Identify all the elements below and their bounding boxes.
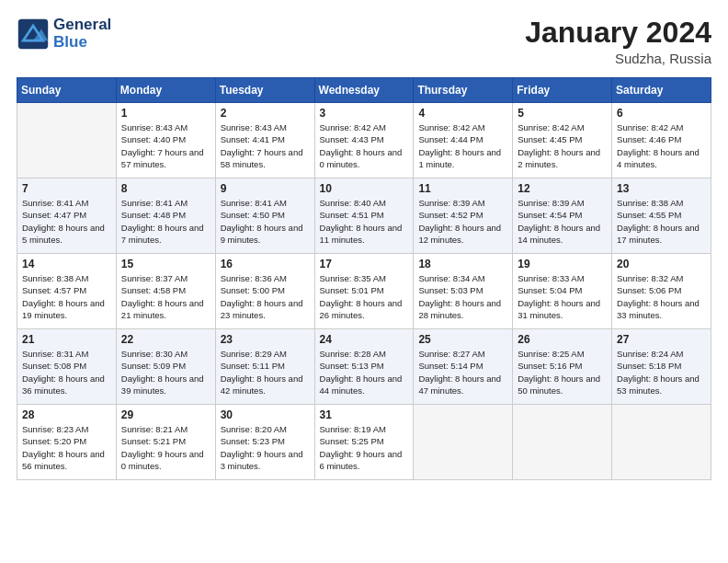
day-number: 13 bbox=[617, 182, 706, 195]
main-container: General Blue January 2024 Sudzha, Russia… bbox=[0, 0, 728, 489]
calendar-cell: 27Sunrise: 8:24 AMSunset: 5:18 PMDayligh… bbox=[612, 329, 711, 405]
week-row-4: 21Sunrise: 8:31 AMSunset: 5:08 PMDayligh… bbox=[17, 329, 711, 405]
day-number: 5 bbox=[518, 107, 607, 120]
cell-info: Sunrise: 8:30 AMSunset: 5:09 PMDaylight:… bbox=[121, 348, 210, 396]
logo-line1: General bbox=[53, 17, 111, 34]
header-row: SundayMondayTuesdayWednesdayThursdayFrid… bbox=[17, 78, 711, 103]
cell-info: Sunrise: 8:28 AMSunset: 5:13 PMDaylight:… bbox=[320, 348, 409, 396]
day-number: 31 bbox=[320, 408, 409, 421]
week-row-1: 1Sunrise: 8:43 AMSunset: 4:40 PMDaylight… bbox=[17, 103, 711, 178]
calendar-cell: 4Sunrise: 8:42 AMSunset: 4:44 PMDaylight… bbox=[414, 103, 513, 178]
day-number: 21 bbox=[22, 333, 111, 346]
calendar-cell: 29Sunrise: 8:21 AMSunset: 5:21 PMDayligh… bbox=[116, 405, 215, 480]
day-number: 7 bbox=[22, 182, 111, 195]
cell-info: Sunrise: 8:25 AMSunset: 5:16 PMDaylight:… bbox=[518, 348, 607, 396]
day-number: 17 bbox=[320, 258, 409, 270]
header: General Blue January 2024 Sudzha, Russia bbox=[17, 17, 711, 66]
cell-info: Sunrise: 8:39 AMSunset: 4:54 PMDaylight:… bbox=[518, 197, 607, 246]
cell-info: Sunrise: 8:27 AMSunset: 5:14 PMDaylight:… bbox=[418, 348, 507, 396]
day-number: 25 bbox=[418, 333, 507, 346]
col-header-friday: Friday bbox=[513, 78, 612, 103]
cell-info: Sunrise: 8:42 AMSunset: 4:46 PMDaylight:… bbox=[617, 121, 706, 170]
cell-info: Sunrise: 8:43 AMSunset: 4:41 PMDaylight:… bbox=[221, 121, 310, 170]
col-header-saturday: Saturday bbox=[612, 78, 711, 103]
cell-info: Sunrise: 8:34 AMSunset: 5:03 PMDaylight:… bbox=[418, 272, 507, 321]
cell-info: Sunrise: 8:32 AMSunset: 5:06 PMDaylight:… bbox=[617, 272, 706, 321]
calendar-cell: 8Sunrise: 8:41 AMSunset: 4:48 PMDaylight… bbox=[116, 178, 215, 254]
day-number: 15 bbox=[121, 258, 210, 270]
cell-info: Sunrise: 8:38 AMSunset: 4:57 PMDaylight:… bbox=[22, 272, 111, 321]
day-number: 10 bbox=[320, 182, 409, 195]
cell-info: Sunrise: 8:33 AMSunset: 5:04 PMDaylight:… bbox=[518, 272, 607, 321]
calendar-cell bbox=[17, 103, 117, 178]
calendar-cell: 3Sunrise: 8:42 AMSunset: 4:43 PMDaylight… bbox=[314, 103, 414, 178]
cell-info: Sunrise: 8:41 AMSunset: 4:47 PMDaylight:… bbox=[22, 197, 111, 246]
col-header-thursday: Thursday bbox=[414, 78, 513, 103]
day-number: 9 bbox=[221, 182, 310, 195]
cell-info: Sunrise: 8:24 AMSunset: 5:18 PMDaylight:… bbox=[617, 348, 706, 396]
calendar-cell: 11Sunrise: 8:39 AMSunset: 4:52 PMDayligh… bbox=[414, 178, 513, 254]
title-block: January 2024 Sudzha, Russia bbox=[525, 17, 711, 66]
logo-line2: Blue bbox=[53, 34, 111, 52]
calendar-cell: 10Sunrise: 8:40 AMSunset: 4:51 PMDayligh… bbox=[314, 178, 414, 254]
day-number: 12 bbox=[518, 182, 607, 195]
calendar-cell: 28Sunrise: 8:23 AMSunset: 5:20 PMDayligh… bbox=[17, 405, 117, 480]
calendar-cell: 31Sunrise: 8:19 AMSunset: 5:25 PMDayligh… bbox=[314, 405, 414, 480]
calendar-cell: 21Sunrise: 8:31 AMSunset: 5:08 PMDayligh… bbox=[17, 329, 117, 405]
day-number: 11 bbox=[418, 182, 507, 195]
cell-info: Sunrise: 8:36 AMSunset: 5:00 PMDaylight:… bbox=[221, 272, 310, 321]
day-number: 3 bbox=[320, 107, 409, 120]
month-title: January 2024 bbox=[525, 17, 711, 49]
cell-info: Sunrise: 8:42 AMSunset: 4:44 PMDaylight:… bbox=[418, 121, 507, 170]
logo: General Blue bbox=[17, 17, 111, 51]
logo-icon bbox=[17, 17, 50, 51]
cell-info: Sunrise: 8:41 AMSunset: 4:50 PMDaylight:… bbox=[221, 197, 310, 246]
day-number: 22 bbox=[121, 333, 210, 346]
cell-info: Sunrise: 8:41 AMSunset: 4:48 PMDaylight:… bbox=[121, 197, 210, 246]
calendar-cell: 23Sunrise: 8:29 AMSunset: 5:11 PMDayligh… bbox=[215, 329, 314, 405]
calendar-cell: 24Sunrise: 8:28 AMSunset: 5:13 PMDayligh… bbox=[314, 329, 414, 405]
day-number: 26 bbox=[518, 333, 607, 346]
calendar-cell: 6Sunrise: 8:42 AMSunset: 4:46 PMDaylight… bbox=[612, 103, 711, 178]
day-number: 4 bbox=[418, 107, 507, 120]
cell-info: Sunrise: 8:35 AMSunset: 5:01 PMDaylight:… bbox=[320, 272, 409, 321]
cell-info: Sunrise: 8:37 AMSunset: 4:58 PMDaylight:… bbox=[121, 272, 210, 321]
cell-info: Sunrise: 8:31 AMSunset: 5:08 PMDaylight:… bbox=[22, 348, 111, 396]
cell-info: Sunrise: 8:23 AMSunset: 5:20 PMDaylight:… bbox=[22, 423, 111, 472]
calendar-cell bbox=[513, 405, 612, 480]
day-number: 8 bbox=[121, 182, 210, 195]
calendar-cell: 13Sunrise: 8:38 AMSunset: 4:55 PMDayligh… bbox=[612, 178, 711, 254]
calendar-cell: 14Sunrise: 8:38 AMSunset: 4:57 PMDayligh… bbox=[17, 254, 117, 329]
day-number: 6 bbox=[617, 107, 706, 120]
calendar-cell: 16Sunrise: 8:36 AMSunset: 5:00 PMDayligh… bbox=[215, 254, 314, 329]
week-row-5: 28Sunrise: 8:23 AMSunset: 5:20 PMDayligh… bbox=[17, 405, 711, 480]
day-number: 19 bbox=[518, 258, 607, 270]
calendar-cell: 12Sunrise: 8:39 AMSunset: 4:54 PMDayligh… bbox=[513, 178, 612, 254]
day-number: 30 bbox=[221, 408, 310, 421]
calendar-cell bbox=[612, 405, 711, 480]
cell-info: Sunrise: 8:29 AMSunset: 5:11 PMDaylight:… bbox=[221, 348, 310, 396]
calendar-cell: 2Sunrise: 8:43 AMSunset: 4:41 PMDaylight… bbox=[215, 103, 314, 178]
col-header-wednesday: Wednesday bbox=[314, 78, 414, 103]
calendar-cell: 30Sunrise: 8:20 AMSunset: 5:23 PMDayligh… bbox=[215, 405, 314, 480]
cell-info: Sunrise: 8:40 AMSunset: 4:51 PMDaylight:… bbox=[320, 197, 409, 246]
calendar-cell: 26Sunrise: 8:25 AMSunset: 5:16 PMDayligh… bbox=[513, 329, 612, 405]
cell-info: Sunrise: 8:39 AMSunset: 4:52 PMDaylight:… bbox=[418, 197, 507, 246]
calendar-cell: 19Sunrise: 8:33 AMSunset: 5:04 PMDayligh… bbox=[513, 254, 612, 329]
calendar-cell: 1Sunrise: 8:43 AMSunset: 4:40 PMDaylight… bbox=[116, 103, 215, 178]
col-header-tuesday: Tuesday bbox=[215, 78, 314, 103]
day-number: 2 bbox=[221, 107, 310, 120]
day-number: 14 bbox=[22, 258, 111, 270]
calendar-cell: 20Sunrise: 8:32 AMSunset: 5:06 PMDayligh… bbox=[612, 254, 711, 329]
cell-info: Sunrise: 8:20 AMSunset: 5:23 PMDaylight:… bbox=[221, 423, 310, 472]
day-number: 18 bbox=[418, 258, 507, 270]
cell-info: Sunrise: 8:43 AMSunset: 4:40 PMDaylight:… bbox=[121, 121, 210, 170]
day-number: 28 bbox=[22, 408, 111, 421]
day-number: 1 bbox=[121, 107, 210, 120]
col-header-monday: Monday bbox=[116, 78, 215, 103]
cell-info: Sunrise: 8:21 AMSunset: 5:21 PMDaylight:… bbox=[121, 423, 210, 472]
cell-info: Sunrise: 8:19 AMSunset: 5:25 PMDaylight:… bbox=[320, 423, 409, 472]
logo-text-block: General Blue bbox=[53, 17, 111, 51]
week-row-3: 14Sunrise: 8:38 AMSunset: 4:57 PMDayligh… bbox=[17, 254, 711, 329]
calendar-cell: 18Sunrise: 8:34 AMSunset: 5:03 PMDayligh… bbox=[414, 254, 513, 329]
